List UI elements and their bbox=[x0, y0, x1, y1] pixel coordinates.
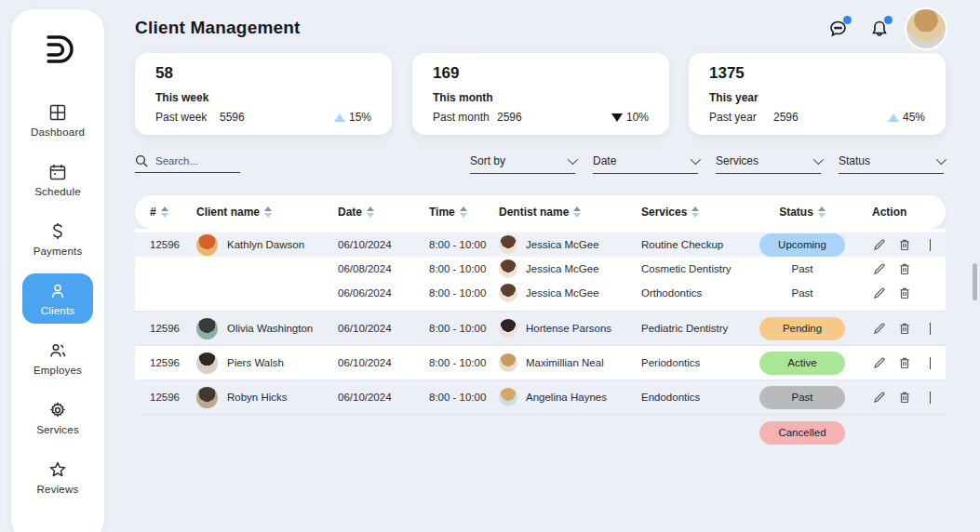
table-row-robyn-hicks[interactable]: 12596 Robyn Hicks 06/10/2024 8:00 - 10:0… bbox=[135, 380, 946, 415]
expand-row-button[interactable] bbox=[930, 323, 941, 334]
column-header-id[interactable]: # bbox=[150, 206, 196, 219]
status-badge: Upcoming bbox=[759, 233, 845, 257]
sidebar-item-label: Dashboard bbox=[31, 126, 85, 138]
column-header-client-name[interactable]: Client name bbox=[196, 206, 338, 219]
visit-time: 8:00 - 10:00 bbox=[429, 392, 499, 403]
client-avatar bbox=[196, 387, 218, 408]
pencil-icon bbox=[873, 286, 886, 299]
client-name: Robyn Hicks bbox=[227, 392, 288, 403]
delete-button[interactable] bbox=[897, 356, 911, 370]
stat-change: 10% bbox=[626, 111, 649, 124]
stat-card-month: 169 This month Past month 2596 10% bbox=[412, 53, 669, 135]
visit-time: 8:00 - 10:00 bbox=[429, 323, 499, 334]
dentist-avatar bbox=[499, 235, 517, 254]
dentist-name: Jessica McGee bbox=[526, 263, 599, 274]
dentist-name: Hortense Parsons bbox=[526, 323, 611, 334]
client-id: 12596 bbox=[150, 357, 196, 368]
table-row-olivia-washington[interactable]: 12596 Olivia Washington 06/10/2024 8:00 … bbox=[135, 312, 946, 346]
chevron-down-icon bbox=[691, 154, 701, 165]
trend-down-icon bbox=[611, 113, 623, 122]
service-name: Pediatric Dentistry bbox=[641, 323, 751, 334]
sort-icon bbox=[460, 206, 467, 218]
user-avatar[interactable] bbox=[906, 9, 946, 48]
edit-button[interactable] bbox=[872, 262, 886, 276]
dentist-avatar bbox=[499, 353, 517, 372]
sort-icon bbox=[367, 206, 374, 218]
trash-icon bbox=[898, 322, 911, 335]
stat-change: 15% bbox=[349, 111, 371, 124]
sidebar-item-reviews[interactable]: Reviews bbox=[22, 452, 93, 502]
delete-button[interactable] bbox=[897, 391, 911, 405]
stat-period-label: This year bbox=[709, 91, 925, 104]
sidebar-item-label: Services bbox=[36, 424, 79, 435]
sidebar-item-payments[interactable]: Payments bbox=[22, 214, 93, 264]
sidebar-item-clients[interactable]: Clients bbox=[22, 273, 93, 324]
table-row[interactable]: 06/08/2024 8:00 - 10:00 Jessica McGee Co… bbox=[135, 257, 946, 281]
edit-button[interactable] bbox=[872, 356, 886, 370]
notifications-button[interactable] bbox=[866, 15, 893, 43]
service-name: Endodontics bbox=[641, 392, 751, 403]
edit-button[interactable] bbox=[872, 391, 886, 405]
delete-button[interactable] bbox=[897, 238, 911, 252]
messages-button[interactable] bbox=[825, 15, 852, 43]
chevron-down-icon bbox=[930, 323, 931, 335]
sort-by-dropdown[interactable]: Sort by bbox=[470, 153, 575, 174]
services-dropdown[interactable]: Services bbox=[716, 153, 821, 174]
chevron-down-icon bbox=[813, 154, 824, 165]
stat-past-value: 5596 bbox=[220, 111, 245, 124]
sort-icon bbox=[161, 206, 168, 218]
visit-time: 8:00 - 10:00 bbox=[429, 357, 499, 368]
stat-period-label: This month bbox=[433, 91, 649, 104]
search-input[interactable] bbox=[155, 155, 230, 166]
column-header-dentist-name[interactable]: Dentist name bbox=[499, 206, 641, 219]
search-icon bbox=[135, 154, 148, 167]
edit-button[interactable] bbox=[872, 322, 886, 336]
sidebar-item-services[interactable]: Services bbox=[22, 392, 93, 443]
date-dropdown[interactable]: Date bbox=[593, 153, 698, 174]
dentist-name: Maximillian Neal bbox=[526, 357, 604, 368]
visit-date: 06/10/2024 bbox=[338, 392, 429, 403]
service-name: Routine Checkup bbox=[641, 239, 751, 250]
delete-button[interactable] bbox=[897, 286, 911, 300]
client-avatar bbox=[196, 318, 218, 339]
expand-row-button[interactable] bbox=[930, 392, 941, 403]
vertical-scrollbar[interactable] bbox=[973, 263, 977, 300]
client-id: 12596 bbox=[150, 323, 196, 334]
column-header-status[interactable]: Status bbox=[751, 206, 853, 219]
delete-button[interactable] bbox=[897, 322, 911, 336]
stat-past-label: Past year bbox=[709, 111, 773, 124]
chevron-down-icon bbox=[936, 154, 946, 165]
table-row-piers-walsh[interactable]: 12596 Piers Walsh 06/10/2024 8:00 - 10:0… bbox=[135, 346, 946, 380]
visit-time: 8:00 - 10:00 bbox=[429, 263, 499, 274]
column-header-time[interactable]: Time bbox=[429, 206, 499, 219]
trend-up-icon bbox=[334, 113, 345, 122]
sidebar-item-employes[interactable]: Employes bbox=[22, 333, 93, 383]
column-header-services[interactable]: Services bbox=[641, 206, 751, 219]
table-header-row: # Client name Date Time Dentist name Ser… bbox=[135, 195, 946, 229]
table-row[interactable]: 06/06/2024 8:00 - 10:00 Jessica McGee Or… bbox=[135, 281, 946, 305]
visit-date: 06/10/2024 bbox=[338, 323, 429, 334]
delete-button[interactable] bbox=[897, 262, 911, 276]
column-header-date[interactable]: Date bbox=[338, 206, 429, 219]
stat-past-value: 2596 bbox=[497, 111, 522, 124]
service-name: Orthodontics bbox=[641, 287, 751, 299]
status-badge: Active bbox=[759, 352, 845, 375]
expand-row-button[interactable] bbox=[930, 357, 941, 368]
client-avatar bbox=[196, 352, 218, 374]
edit-button[interactable] bbox=[872, 286, 886, 300]
gear-icon bbox=[48, 401, 67, 419]
table-row-cancelled-status: Cancelled bbox=[135, 415, 946, 450]
sidebar-item-label: Clients bbox=[41, 305, 75, 316]
sidebar-item-dashboard[interactable]: Dashboard bbox=[22, 95, 93, 145]
sort-icon bbox=[691, 206, 699, 218]
visit-time: 8:00 - 10:00 bbox=[429, 287, 499, 299]
client-id: 12596 bbox=[150, 239, 196, 250]
calendar-icon bbox=[48, 163, 67, 181]
table-row[interactable]: 12596 Kathlyn Dawson 06/10/2024 8:00 - 1… bbox=[135, 233, 946, 257]
service-name: Cosmetic Dentistry bbox=[641, 263, 751, 274]
stat-card-year: 1375 This year Past year 2596 45% bbox=[689, 53, 946, 135]
status-dropdown[interactable]: Status bbox=[839, 153, 944, 174]
sidebar-item-schedule[interactable]: Schedule bbox=[22, 154, 93, 205]
edit-button[interactable] bbox=[872, 238, 886, 252]
collapse-row-button[interactable] bbox=[930, 239, 941, 250]
